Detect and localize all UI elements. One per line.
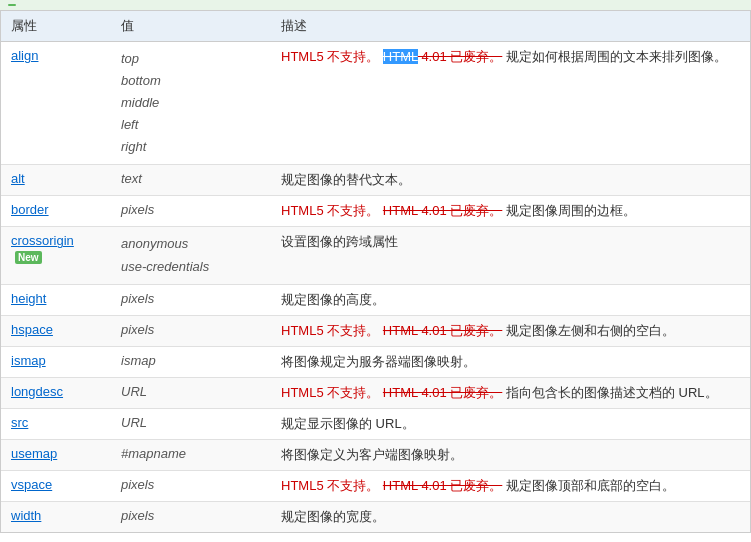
desc-cell: HTML5 不支持。 HTML 4.01 已废弃。 规定如何根据周围的文本来排列… xyxy=(271,42,750,165)
prop-cell[interactable]: ismap xyxy=(1,346,111,377)
new-badge: New xyxy=(15,251,42,264)
table-row: srcURL规定显示图像的 URL。 xyxy=(1,408,750,439)
prop-cell[interactable]: width xyxy=(1,501,111,532)
html4-deprecated-label: 4.01 已废弃。 xyxy=(418,49,503,64)
val-cell: anonymoususe-credentials xyxy=(111,227,271,284)
table-container: 属性 值 描述 aligntopbottommiddleleftrightHTM… xyxy=(0,11,751,533)
desc-text: 规定图像的宽度。 xyxy=(281,509,385,524)
html4-deprecated-label: HTML 4.01 已废弃。 xyxy=(383,323,502,338)
col-header-val: 值 xyxy=(111,11,271,42)
html4-deprecated-label: HTML 4.01 已废弃。 xyxy=(383,478,502,493)
table-row: vspacepixelsHTML5 不支持。 HTML 4.01 已废弃。 规定… xyxy=(1,470,750,501)
table-row: hspacepixelsHTML5 不支持。 HTML 4.01 已废弃。 规定… xyxy=(1,315,750,346)
table-row: widthpixels规定图像的宽度。 xyxy=(1,501,750,532)
prop-cell[interactable]: align xyxy=(1,42,111,165)
desc-text: 将图像规定为服务器端图像映射。 xyxy=(281,354,476,369)
table-row: alttext规定图像的替代文本。 xyxy=(1,165,750,196)
html5-not-supported-label: HTML5 不支持。 xyxy=(281,323,379,338)
html5-not-supported-label: HTML5 不支持。 xyxy=(281,49,379,64)
page-wrapper: 属性 值 描述 aligntopbottommiddleleftrightHTM… xyxy=(0,0,751,542)
prop-cell[interactable]: alt xyxy=(1,165,111,196)
table-row: longdescURLHTML5 不支持。 HTML 4.01 已废弃。 指向包… xyxy=(1,377,750,408)
table-row: aligntopbottommiddleleftrightHTML5 不支持。 … xyxy=(1,42,750,165)
val-item: right xyxy=(121,139,146,154)
val-cell: #mapname xyxy=(111,439,271,470)
val-cell: text xyxy=(111,165,271,196)
val-item: left xyxy=(121,117,138,132)
desc-text: 将图像定义为客户端图像映射。 xyxy=(281,447,463,462)
prop-cell[interactable]: longdesc xyxy=(1,377,111,408)
desc-cell: HTML5 不支持。 HTML 4.01 已废弃。 规定图像顶部和底部的空白。 xyxy=(271,470,750,501)
html5-not-supported-label: HTML5 不支持。 xyxy=(281,385,379,400)
table-row: crossoriginNewanonymoususe-credentials设置… xyxy=(1,227,750,284)
desc-cell: 规定显示图像的 URL。 xyxy=(271,408,750,439)
val-item: bottom xyxy=(121,73,161,88)
val-item: use-credentials xyxy=(121,259,209,274)
val-item: top xyxy=(121,51,139,66)
attributes-table: 属性 值 描述 aligntopbottommiddleleftrightHTM… xyxy=(1,11,750,532)
val-cell: pixels xyxy=(111,284,271,315)
prop-cell[interactable]: crossoriginNew xyxy=(1,227,111,284)
desc-cell: 规定图像的替代文本。 xyxy=(271,165,750,196)
prop-cell[interactable]: vspace xyxy=(1,470,111,501)
val-cell: pixels xyxy=(111,196,271,227)
table-row: ismapismap将图像规定为服务器端图像映射。 xyxy=(1,346,750,377)
val-cell: topbottommiddleleftright xyxy=(111,42,271,165)
desc-cell: 将图像定义为客户端图像映射。 xyxy=(271,439,750,470)
top-bar xyxy=(0,0,751,11)
html5-not-supported-label: HTML5 不支持。 xyxy=(281,203,379,218)
val-cell: pixels xyxy=(111,315,271,346)
desc-cell: 将图像规定为服务器端图像映射。 xyxy=(271,346,750,377)
new-badge-top xyxy=(8,4,16,6)
html4-deprecated-label: HTML 4.01 已废弃。 xyxy=(383,385,502,400)
prop-name: crossorigin xyxy=(11,233,74,248)
desc-text: 规定图像的替代文本。 xyxy=(281,172,411,187)
prop-cell[interactable]: usemap xyxy=(1,439,111,470)
prop-cell[interactable]: border xyxy=(1,196,111,227)
desc-cell: 设置图像的跨域属性 xyxy=(271,227,750,284)
html5-not-supported-label: HTML5 不支持。 xyxy=(281,478,379,493)
prop-cell[interactable]: src xyxy=(1,408,111,439)
desc-cell: HTML5 不支持。 HTML 4.01 已废弃。 指向包含长的图像描述文档的 … xyxy=(271,377,750,408)
col-header-desc: 描述 xyxy=(271,11,750,42)
desc-cell: HTML5 不支持。 HTML 4.01 已废弃。 规定图像左侧和右侧的空白。 xyxy=(271,315,750,346)
prop-cell[interactable]: height xyxy=(1,284,111,315)
table-row: borderpixelsHTML5 不支持。 HTML 4.01 已废弃。 规定… xyxy=(1,196,750,227)
val-cell: ismap xyxy=(111,346,271,377)
html4-deprecated-label: HTML 4.01 已废弃。 xyxy=(383,203,502,218)
desc-text: 规定如何根据周围的文本来排列图像。 xyxy=(506,49,727,64)
desc-text: 规定显示图像的 URL。 xyxy=(281,416,415,431)
val-cell: pixels xyxy=(111,501,271,532)
highlighted-html-text: HTML xyxy=(383,49,418,64)
desc-text: 规定图像的高度。 xyxy=(281,292,385,307)
desc-text: 规定图像顶部和底部的空白。 xyxy=(506,478,675,493)
desc-text: 设置图像的跨域属性 xyxy=(281,234,398,249)
desc-cell: 规定图像的高度。 xyxy=(271,284,750,315)
col-header-prop: 属性 xyxy=(1,11,111,42)
val-item: middle xyxy=(121,95,159,110)
table-row: heightpixels规定图像的高度。 xyxy=(1,284,750,315)
desc-text: 规定图像周围的边框。 xyxy=(506,203,636,218)
prop-cell[interactable]: hspace xyxy=(1,315,111,346)
desc-text: 指向包含长的图像描述文档的 URL。 xyxy=(506,385,718,400)
desc-text: 规定图像左侧和右侧的空白。 xyxy=(506,323,675,338)
val-cell: URL xyxy=(111,408,271,439)
desc-cell: 规定图像的宽度。 xyxy=(271,501,750,532)
val-cell: pixels xyxy=(111,470,271,501)
table-header-row: 属性 值 描述 xyxy=(1,11,750,42)
val-item: anonymous xyxy=(121,236,188,251)
table-row: usemap#mapname将图像定义为客户端图像映射。 xyxy=(1,439,750,470)
desc-cell: HTML5 不支持。 HTML 4.01 已废弃。 规定图像周围的边框。 xyxy=(271,196,750,227)
val-cell: URL xyxy=(111,377,271,408)
